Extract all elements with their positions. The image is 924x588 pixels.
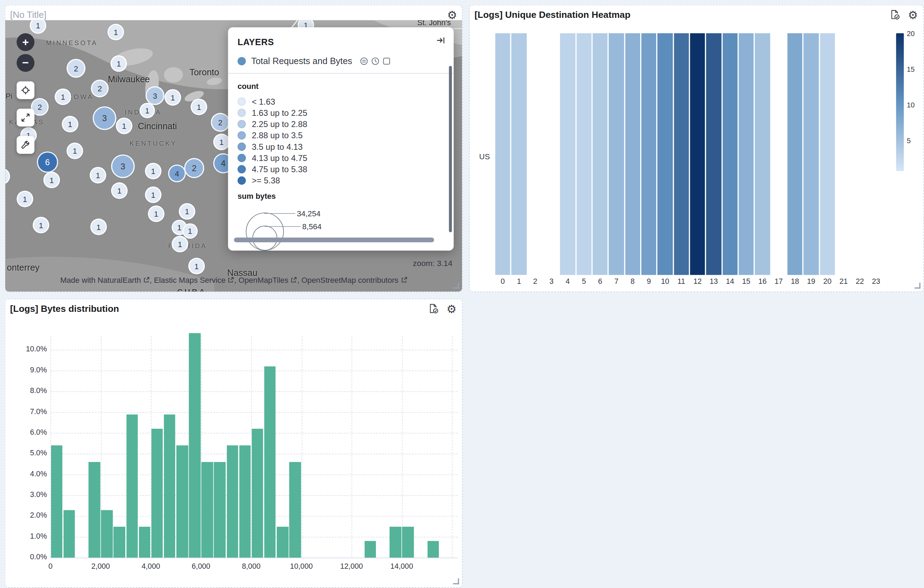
cluster-marker[interactable]: 1 xyxy=(148,205,165,222)
cluster-marker[interactable]: 1 xyxy=(191,99,208,116)
heatmap-cell[interactable] xyxy=(512,33,526,275)
layer-visibility-checkbox-icon[interactable] xyxy=(383,57,391,65)
cluster-marker[interactable]: 2 xyxy=(91,79,109,97)
cluster-marker[interactable]: 3 xyxy=(111,154,135,178)
attribution-link[interactable]: NaturalEarth xyxy=(97,276,150,284)
cluster-marker[interactable]: 1 xyxy=(165,89,181,106)
cluster-marker[interactable]: 4 xyxy=(168,165,186,182)
cluster-marker[interactable]: 1 xyxy=(172,236,188,253)
fit-to-data-button[interactable] xyxy=(17,109,35,126)
resize-handle[interactable] xyxy=(453,283,459,289)
heatmap-cell[interactable] xyxy=(495,33,510,275)
cluster-marker[interactable]: 1 xyxy=(182,223,198,239)
histogram-bar[interactable] xyxy=(63,510,75,558)
histogram-bar[interactable] xyxy=(101,510,113,558)
histogram-bar[interactable] xyxy=(51,445,63,558)
zoom-in-button[interactable]: + xyxy=(17,33,35,51)
heatmap-cell[interactable] xyxy=(836,33,851,275)
horizontal-scrollbar[interactable] xyxy=(234,238,434,243)
map-canvas[interactable]: MINNESOTAIOWAKANSASINDIANAKENTUCKYFLORID… xyxy=(5,20,462,292)
collapse-layers-icon[interactable] xyxy=(436,36,445,48)
heatmap-cell[interactable] xyxy=(739,33,754,275)
heatmap-cell[interactable] xyxy=(674,33,689,275)
heatmap-cell[interactable] xyxy=(820,33,835,275)
histogram-bar[interactable] xyxy=(89,462,100,558)
heatmap-cell[interactable] xyxy=(544,33,559,275)
panel-settings-gear-icon[interactable]: ⚙ xyxy=(445,302,458,316)
zoom-out-button[interactable]: − xyxy=(17,54,35,72)
histogram-bar[interactable] xyxy=(402,527,414,558)
heatmap-cell[interactable] xyxy=(723,33,738,275)
cluster-marker[interactable]: 1 xyxy=(213,134,230,150)
resize-handle[interactable] xyxy=(914,283,921,289)
heatmap-cell[interactable] xyxy=(528,33,543,275)
heatmap-cell[interactable] xyxy=(690,33,705,275)
cluster-marker[interactable]: 1 xyxy=(140,103,155,118)
cluster-marker[interactable]: 1 xyxy=(54,89,71,105)
cluster-marker[interactable]: 1 xyxy=(145,163,162,180)
cluster-marker[interactable]: 1 xyxy=(90,167,106,184)
cluster-marker[interactable]: 2 xyxy=(211,113,229,132)
heatmap-cell[interactable] xyxy=(869,33,884,275)
cluster-marker[interactable]: 1 xyxy=(111,182,128,199)
saved-visualization-check-icon[interactable] xyxy=(888,8,901,22)
vertical-scrollbar[interactable] xyxy=(449,66,452,232)
histogram-bar[interactable] xyxy=(389,527,401,558)
cluster-marker[interactable]: 1 xyxy=(179,203,196,220)
heatmap-cell[interactable] xyxy=(771,33,786,275)
heatmap-cell[interactable] xyxy=(592,33,607,275)
cluster-marker[interactable]: 2 xyxy=(66,59,86,78)
histogram-bar[interactable] xyxy=(139,527,150,558)
map-tools-button[interactable] xyxy=(17,136,35,154)
cluster-marker[interactable]: 1 xyxy=(116,117,133,134)
cluster-marker[interactable]: 1 xyxy=(111,55,127,72)
histogram-bar[interactable] xyxy=(365,541,376,558)
histogram-bar[interactable] xyxy=(239,445,251,558)
heatmap-cell[interactable] xyxy=(658,33,673,275)
histogram-bar[interactable] xyxy=(189,333,201,558)
cluster-marker[interactable]: 1 xyxy=(90,218,107,235)
attribution-link[interactable]: OpenMapTiles xyxy=(239,276,297,284)
heatmap-cell[interactable] xyxy=(576,33,591,275)
panel-settings-gear-icon[interactable]: ⚙ xyxy=(446,8,459,22)
histogram-bar[interactable] xyxy=(126,414,138,558)
histogram-bar[interactable] xyxy=(277,527,289,558)
histogram-bar[interactable] xyxy=(226,445,238,558)
heatmap-cell[interactable] xyxy=(787,33,802,275)
heatmap-cell[interactable] xyxy=(560,33,576,275)
histogram-bar[interactable] xyxy=(252,429,263,558)
histogram-bar[interactable] xyxy=(201,462,213,558)
heatmap-cell[interactable] xyxy=(609,33,624,275)
histogram-bar[interactable] xyxy=(264,367,276,558)
cluster-marker[interactable]: 1 xyxy=(62,116,78,133)
heatmap-cell[interactable] xyxy=(625,33,640,275)
heatmap-cell[interactable] xyxy=(804,33,818,275)
cluster-marker[interactable]: 1 xyxy=(188,258,205,274)
cluster-marker[interactable]: 1 xyxy=(145,187,162,203)
resize-handle[interactable] xyxy=(453,578,459,585)
histogram-bar[interactable] xyxy=(427,541,439,558)
layer-row[interactable]: Total Requests and Bytes xyxy=(228,54,454,73)
histogram-bar[interactable] xyxy=(177,445,188,558)
cluster-marker[interactable]: 1 xyxy=(66,142,83,159)
histogram-bar[interactable] xyxy=(289,462,301,558)
cluster-marker[interactable]: 6 xyxy=(37,152,58,173)
cluster-marker[interactable]: 1 xyxy=(43,172,60,188)
attribution-link[interactable]: OpenStreetMap contributors xyxy=(301,276,407,284)
cluster-marker[interactable]: 2 xyxy=(184,158,205,178)
histogram-bar[interactable] xyxy=(114,527,125,558)
saved-visualization-check-icon[interactable] xyxy=(427,302,440,316)
cluster-marker[interactable]: 3 xyxy=(93,106,117,130)
heatmap-cell[interactable] xyxy=(641,33,656,275)
histogram-bar[interactable] xyxy=(164,414,175,558)
cluster-marker[interactable]: 3 xyxy=(145,86,165,105)
heatmap-cell[interactable] xyxy=(755,33,770,275)
heatmap-cell[interactable] xyxy=(706,33,721,275)
histogram-bar[interactable] xyxy=(151,429,163,558)
attribution-link[interactable]: Elastic Maps Service xyxy=(154,276,234,284)
histogram-bar[interactable] xyxy=(214,462,226,558)
heatmap-cell[interactable] xyxy=(852,33,867,275)
set-view-button[interactable] xyxy=(17,81,35,99)
panel-settings-gear-icon[interactable]: ⚙ xyxy=(907,8,919,22)
cluster-marker[interactable]: 1 xyxy=(107,24,124,41)
